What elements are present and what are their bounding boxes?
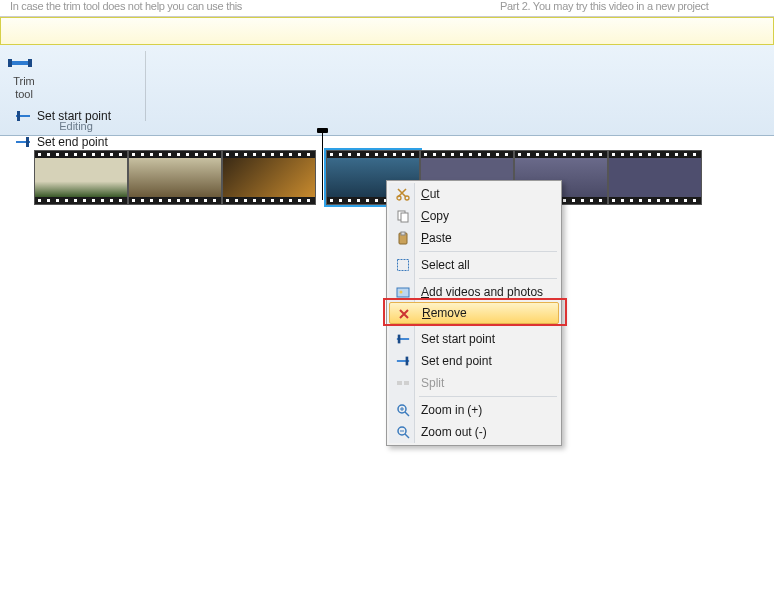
ctx-paste-label: Paste bbox=[421, 231, 452, 245]
svg-rect-2 bbox=[28, 59, 32, 67]
svg-rect-20 bbox=[397, 381, 402, 385]
ctx-set-start-label: Set start point bbox=[421, 332, 495, 346]
ribbon-group-editing: Trim tool Set start point bbox=[6, 49, 146, 135]
svg-line-23 bbox=[405, 412, 409, 416]
top-blur-left: In case the trim tool does not help you … bbox=[10, 0, 242, 12]
zoom-in-icon bbox=[395, 402, 411, 418]
ctx-split: Split bbox=[389, 372, 559, 394]
ctx-copy-label: Copy bbox=[421, 209, 449, 223]
playhead[interactable] bbox=[322, 130, 323, 200]
svg-rect-17 bbox=[398, 335, 401, 344]
ctx-cut-label: Cut bbox=[421, 187, 440, 201]
clip-thumbnail[interactable] bbox=[608, 150, 702, 205]
top-blur-right: Part 2. You may try this video in a new … bbox=[500, 0, 708, 12]
svg-point-8 bbox=[405, 196, 409, 200]
svg-point-7 bbox=[397, 196, 401, 200]
clip-thumbnail[interactable] bbox=[128, 150, 222, 205]
svg-rect-10 bbox=[401, 213, 408, 222]
ctx-set-end-label: Set end point bbox=[421, 354, 492, 368]
ctx-separator bbox=[419, 278, 557, 279]
svg-rect-21 bbox=[404, 381, 409, 385]
top-partial-strip: In case the trim tool does not help you … bbox=[0, 0, 774, 17]
marker-end-icon bbox=[395, 353, 411, 369]
add-media-icon bbox=[395, 284, 411, 300]
highlight-bar bbox=[0, 17, 774, 45]
svg-rect-13 bbox=[398, 260, 409, 271]
ribbon: Trim tool Set start point bbox=[0, 45, 774, 136]
marker-start-icon bbox=[395, 331, 411, 347]
ctx-cut[interactable]: Cut bbox=[389, 183, 559, 205]
svg-rect-12 bbox=[401, 232, 405, 235]
ctx-set-end[interactable]: Set end point bbox=[389, 350, 559, 372]
ctx-add-media-label: Add videos and photos bbox=[421, 285, 543, 299]
trim-tool-icon bbox=[6, 53, 42, 73]
ctx-set-start[interactable]: Set start point bbox=[389, 328, 559, 350]
ctx-zoom-in[interactable]: Zoom in (+) bbox=[389, 399, 559, 421]
svg-rect-19 bbox=[406, 357, 409, 366]
ctx-zoom-out-label: Zoom out bbox=[421, 425, 472, 439]
ctx-zoom-out-hint: (-) bbox=[475, 425, 487, 439]
svg-rect-1 bbox=[8, 59, 12, 67]
ctx-separator bbox=[419, 325, 557, 326]
svg-point-15 bbox=[400, 291, 403, 294]
ctx-separator bbox=[419, 251, 557, 252]
svg-rect-14 bbox=[397, 288, 409, 297]
ctx-add-media[interactable]: Add videos and photos bbox=[389, 281, 559, 303]
ctx-remove-label: Remove bbox=[422, 306, 467, 320]
clip-thumbnail[interactable] bbox=[222, 150, 316, 205]
ribbon-group-caption: Editing bbox=[6, 120, 146, 135]
split-icon bbox=[395, 375, 411, 391]
ctx-zoom-in-label: Zoom in bbox=[421, 403, 464, 417]
delete-icon bbox=[396, 306, 412, 322]
ctx-paste[interactable]: Paste bbox=[389, 227, 559, 249]
clip-thumbnail[interactable] bbox=[34, 150, 128, 205]
copy-icon bbox=[395, 208, 411, 224]
ctx-select-all-label: Select all bbox=[421, 258, 470, 272]
zoom-out-icon bbox=[395, 424, 411, 440]
ctx-remove[interactable]: Remove bbox=[389, 302, 559, 324]
ctx-separator bbox=[419, 396, 557, 397]
select-all-icon bbox=[395, 257, 411, 273]
svg-rect-0 bbox=[12, 61, 28, 65]
svg-line-27 bbox=[405, 434, 409, 438]
context-menu: Cut Copy Paste Select all Add videos and… bbox=[386, 180, 562, 446]
trim-tool-button[interactable]: Trim tool bbox=[6, 53, 42, 101]
ctx-select-all[interactable]: Select all bbox=[389, 254, 559, 276]
clipboard-icon bbox=[395, 230, 411, 246]
ribbon-separator bbox=[145, 51, 146, 121]
scissors-icon bbox=[395, 186, 411, 202]
ctx-zoom-out[interactable]: Zoom out (-) bbox=[389, 421, 559, 443]
ctx-copy[interactable]: Copy bbox=[389, 205, 559, 227]
ctx-split-label: Split bbox=[421, 376, 444, 390]
trim-tool-label: Trim tool bbox=[6, 75, 42, 101]
ctx-zoom-in-hint: (+) bbox=[467, 403, 482, 417]
